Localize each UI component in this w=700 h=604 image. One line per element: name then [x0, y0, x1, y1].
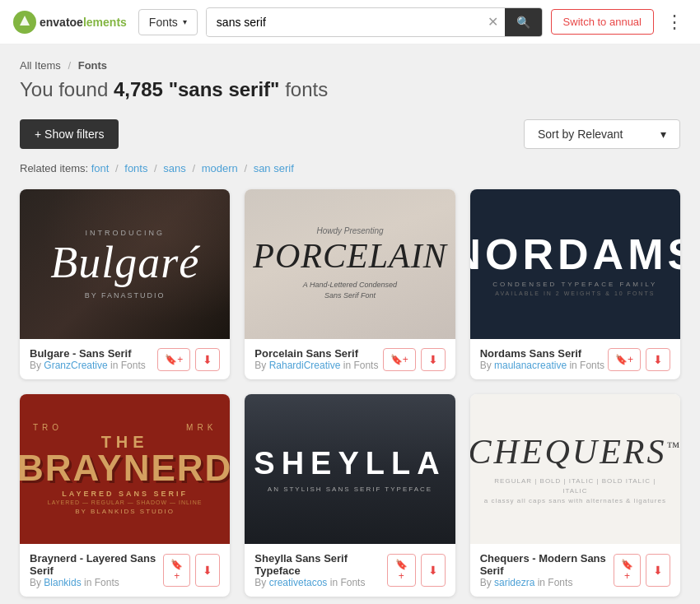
braynerd-by: BY BLANKIDS STUDIO — [75, 508, 175, 515]
font-author-sheylla: By creativetacos in Fonts — [254, 577, 386, 588]
related-link-sans[interactable]: sans — [163, 162, 185, 174]
bookmark-button-bulgare[interactable]: 🔖+ — [157, 348, 190, 371]
search-submit-button[interactable]: 🔍 — [505, 8, 542, 36]
envato-logo-icon — [13, 11, 36, 34]
font-grid: INTRODUCING Bulgaré BY FANASTUDIO Bulgar… — [20, 189, 680, 597]
logo[interactable]: envatoelements — [13, 11, 127, 34]
font-preview-braynerd: TROMRK THE BRAYNERD LAYERED SANS SERIF L… — [20, 394, 230, 544]
fonts-nav-label: Fonts — [149, 16, 178, 29]
author-link-chequers[interactable]: saridezra — [494, 577, 534, 588]
font-card-chequers[interactable]: CHEQUERS™ REGULAR | BOLD | ITALIC | BOLD… — [470, 394, 680, 597]
download-button-sheylla[interactable]: ⬇ — [421, 554, 446, 587]
toolbar: + Show filters Sort by Relevant ▾ — [20, 119, 680, 149]
sheylla-sub: AN STYLISH SANS SERIF TYPEFACE — [268, 486, 432, 493]
breadcrumb: All Items / Fonts — [20, 59, 680, 72]
author-link-bulgare[interactable]: GranzCreative — [44, 360, 107, 371]
card-actions-nordams: 🔖+ ⬇ — [608, 348, 670, 371]
card-actions-braynerd: 🔖+ ⬇ — [163, 554, 220, 587]
author-link-nordams[interactable]: maulanacreative — [494, 360, 567, 371]
bulgare-main: Bulgaré — [50, 240, 199, 285]
breadcrumb-current: Fonts — [78, 59, 107, 72]
card-actions-bulgare: 🔖+ ⬇ — [157, 348, 220, 371]
sort-dropdown[interactable]: Sort by Relevant ▾ — [524, 119, 680, 149]
related-link-fonts[interactable]: fonts — [124, 162, 147, 174]
bookmark-button-sheylla[interactable]: 🔖+ — [387, 554, 416, 587]
author-link-sheylla[interactable]: creativetacos — [269, 577, 328, 588]
related-link-san-serif[interactable]: san serif — [254, 162, 294, 174]
switch-annual-button[interactable]: Switch to annual — [551, 9, 654, 35]
related-label: Related items: — [20, 162, 91, 174]
search-clear-button[interactable]: ✕ — [481, 14, 505, 30]
font-author-chequers: By saridezra in Fonts — [480, 577, 614, 588]
font-info-braynerd: Braynerd - Layered Sans Serif By Blankid… — [20, 544, 230, 597]
font-preview-chequers: CHEQUERS™ REGULAR | BOLD | ITALIC | BOLD… — [470, 394, 680, 544]
braynerd-layered: LAYERED SANS SERIF — [62, 490, 188, 498]
result-count: 4,785 "sans serif" — [114, 78, 280, 100]
nordams-main: NORDAMS — [470, 233, 680, 276]
font-card-porcelain[interactable]: Howdy Presenting PORCELAIN A Hand-Letter… — [245, 189, 455, 379]
chevron-down-icon: ▾ — [183, 17, 187, 26]
main-content: All Items / Fonts You found 4,785 "sans … — [0, 44, 700, 604]
font-meta-sheylla: Sheylla Sans Serif Typeface By creativet… — [254, 552, 386, 588]
download-button-bulgare[interactable]: ⬇ — [195, 348, 220, 371]
bookmark-button-porcelain[interactable]: 🔖+ — [383, 348, 416, 371]
font-author-bulgare: By GranzCreative in Fonts — [30, 360, 146, 371]
download-button-nordams[interactable]: ⬇ — [646, 348, 670, 371]
sort-label: Sort by Relevant — [538, 128, 623, 141]
related-link-modern[interactable]: modern — [202, 162, 238, 174]
font-card-braynerd[interactable]: TROMRK THE BRAYNERD LAYERED SANS SERIF L… — [20, 394, 230, 597]
card-actions-sheylla: 🔖+ ⬇ — [387, 554, 446, 587]
font-meta-nordams: Nordams Sans Serif By maulanacreative in… — [480, 347, 604, 371]
braynerd-main: BRAYNERD — [20, 450, 230, 486]
sheylla-main: SHEYLLA — [254, 446, 446, 481]
breadcrumb-all-items[interactable]: All Items — [20, 59, 61, 72]
font-name-sheylla: Sheylla Sans Serif Typeface — [254, 552, 386, 577]
search-input[interactable] — [207, 9, 481, 35]
font-author-porcelain: By RahardiCreative in Fonts — [254, 360, 378, 371]
bookmark-plus-icon: 🔖+ — [165, 354, 183, 365]
breadcrumb-separator: / — [68, 59, 71, 72]
font-name-porcelain: Porcelain Sans Serif — [254, 347, 378, 360]
font-preview-sheylla: SHEYLLA AN STYLISH SANS SERIF TYPEFACE — [245, 394, 455, 544]
card-actions-porcelain: 🔖+ ⬇ — [383, 348, 446, 371]
font-name-chequers: Chequers - Modern Sans Serif — [480, 552, 614, 577]
porcelain-sub: A Hand-Lettered CondensedSans Serif Font — [303, 280, 397, 302]
search-icon: 🔍 — [516, 16, 530, 29]
card-actions-chequers: 🔖+ ⬇ — [614, 554, 670, 587]
bookmark-button-braynerd[interactable]: 🔖+ — [163, 554, 190, 587]
author-link-porcelain[interactable]: RahardiCreative — [269, 360, 341, 371]
download-button-braynerd[interactable]: ⬇ — [195, 554, 220, 587]
font-info-bulgare: Bulgare - Sans Serif By GranzCreative in… — [20, 339, 230, 379]
header: envatoelements Fonts ▾ ✕ 🔍 Switch to ann… — [0, 0, 700, 44]
related-link-font[interactable]: font — [91, 162, 110, 174]
font-meta-porcelain: Porcelain Sans Serif By RahardiCreative … — [254, 347, 378, 371]
page-title: You found 4,785 "sans serif" fonts — [20, 78, 680, 101]
font-preview-porcelain: Howdy Presenting PORCELAIN A Hand-Letter… — [245, 189, 455, 339]
braynerd-tro-mrk: TROMRK — [33, 423, 217, 432]
font-info-chequers: Chequers - Modern Sans Serif By saridezr… — [470, 544, 680, 597]
bookmark-button-chequers[interactable]: 🔖+ — [614, 554, 641, 587]
bookmark-button-nordams[interactable]: 🔖+ — [608, 348, 641, 371]
braynerd-detail: LAYERED — REGULAR — SHADOW — INLINE — [48, 499, 203, 505]
bulgare-intro: INTRODUCING — [85, 229, 165, 237]
show-filters-button[interactable]: + Show filters — [20, 119, 119, 149]
font-card-nordams[interactable]: NORDAMS CONDENSED TYPEFACE FAMILY AVAILA… — [470, 189, 680, 379]
more-options-button[interactable]: ⋮ — [662, 10, 687, 35]
author-link-braynerd[interactable]: Blankids — [44, 577, 81, 588]
font-name-nordams: Nordams Sans Serif — [480, 347, 604, 360]
nordams-sub2: AVAILABLE IN 2 WEIGHTS & 10 FONTS — [495, 290, 655, 296]
download-button-porcelain[interactable]: ⬇ — [421, 348, 446, 371]
porcelain-main: PORCELAIN — [253, 237, 446, 275]
download-button-chequers[interactable]: ⬇ — [646, 554, 670, 587]
font-name-braynerd: Braynerd - Layered Sans Serif — [30, 552, 163, 577]
font-card-bulgare[interactable]: INTRODUCING Bulgaré BY FANASTUDIO Bulgar… — [20, 189, 230, 379]
font-card-sheylla[interactable]: SHEYLLA AN STYLISH SANS SERIF TYPEFACE S… — [245, 394, 455, 597]
porcelain-howdy: Howdy Presenting — [316, 226, 383, 235]
logo-text: envatoelements — [40, 16, 127, 29]
font-name-bulgare: Bulgare - Sans Serif — [30, 347, 146, 360]
font-preview-nordams: NORDAMS CONDENSED TYPEFACE FAMILY AVAILA… — [470, 189, 680, 339]
download-icon: ⬇ — [203, 353, 212, 366]
fonts-nav-dropdown[interactable]: Fonts ▾ — [138, 9, 198, 35]
chequers-sub: REGULAR | BOLD | ITALIC | BOLD ITALIC | … — [483, 476, 667, 506]
font-info-sheylla: Sheylla Sans Serif Typeface By creativet… — [245, 544, 455, 597]
